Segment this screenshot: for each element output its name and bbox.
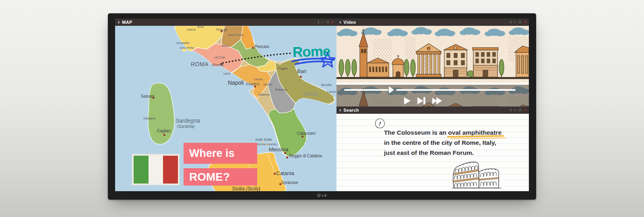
playhead-icon[interactable]	[389, 86, 394, 94]
maximize-icon[interactable]: □	[519, 20, 521, 24]
close-icon[interactable]: ×	[524, 20, 526, 24]
progress-bar-remaining[interactable]	[396, 89, 515, 91]
italy-map-canvas[interactable]: SienaVolterraPerugiaAscoli PicenoGrosset…	[115, 26, 336, 191]
map-label: Isole Eolie	[255, 138, 272, 142]
city-dot-marker	[284, 152, 286, 154]
map-label: Salerno	[258, 93, 270, 96]
map-window-title: MAP	[122, 20, 132, 25]
colosseum-sketch	[448, 157, 508, 190]
screen: ‹ MAP i − □ ×	[115, 19, 529, 191]
map-label: Lecce	[327, 90, 336, 94]
map-label: Oristano	[143, 117, 155, 120]
city-dot-marker	[279, 183, 281, 185]
map-label: (Aeolian Islands)	[256, 143, 277, 146]
skip-next-icon[interactable]	[417, 97, 426, 105]
video-titlebar[interactable]: ‹ Video i − □ ×	[336, 19, 529, 26]
playback-controls	[404, 97, 442, 105]
cityscape-illustration	[336, 26, 529, 83]
map-label: Pescara	[254, 45, 269, 49]
map-label: (Naples)	[246, 82, 260, 86]
back-icon[interactable]: ‹	[118, 19, 120, 25]
info-icon[interactable]: i	[510, 108, 511, 112]
minimize-icon[interactable]: −	[514, 108, 516, 112]
map-label: Ascoli Piceno	[228, 34, 244, 37]
map-titlebar[interactable]: ‹ MAP i − □ ×	[115, 19, 336, 26]
bezel: LG	[108, 191, 536, 200]
map-label: VATICAN	[214, 56, 225, 59]
note-line-1: The Colosseum is an oval amphitheatre	[384, 127, 502, 138]
city-dot-marker	[300, 76, 302, 78]
right-column: ‹ Video i − □ ×	[336, 19, 529, 191]
progress-bar-elapsed[interactable]	[344, 89, 388, 91]
map-label: Messina	[269, 147, 288, 152]
map-label: Grosseto	[176, 42, 189, 45]
colosseum-note-text: The Colosseum is an oval amphitheatre in…	[384, 127, 502, 158]
map-label: Catanzaro	[297, 131, 316, 136]
video-frame[interactable]	[336, 26, 529, 83]
map-label: Potenza	[275, 88, 287, 92]
close-icon[interactable]: ×	[332, 20, 334, 24]
city-dot-marker	[163, 134, 165, 136]
map-label: (Sardinia)	[177, 125, 194, 129]
map-label: Napoli	[228, 80, 244, 86]
video-window-title: Video	[343, 20, 356, 25]
map-label: Reggio di Calabria	[289, 154, 322, 158]
flag-green-band	[134, 156, 149, 184]
maximize-icon[interactable]: □	[519, 108, 521, 112]
info-icon[interactable]: i	[510, 20, 511, 24]
highlighted-phrase: oval amphitheatre	[448, 129, 502, 136]
search-window: ‹ Search i − □ × ! The Colosseum is an o…	[336, 106, 529, 191]
question-banner-line2: ROME?	[184, 168, 257, 186]
map-label: Avellino	[263, 83, 272, 86]
maximize-icon[interactable]: □	[326, 20, 328, 24]
map-label: Foggia	[278, 67, 287, 70]
close-icon[interactable]: ×	[524, 108, 526, 112]
map-label: Taranto	[303, 92, 319, 96]
handwritten-rome-annotation: Rome	[292, 43, 330, 60]
search-window-title: Search	[343, 108, 359, 113]
note-line-3: just east of the Roman Forum.	[384, 148, 502, 158]
question-banner-line1: Where is	[184, 143, 257, 164]
italy-flag	[132, 154, 180, 185]
back-icon[interactable]: ‹	[339, 19, 341, 25]
video-player	[336, 26, 529, 106]
city-dot-marker	[254, 86, 256, 88]
city-dot-marker	[153, 97, 155, 99]
video-window: ‹ Video i − □ ×	[336, 19, 529, 106]
notes-paper[interactable]: ! The Colosseum is an oval amphitheatre …	[336, 114, 529, 191]
play-icon[interactable]	[404, 97, 411, 105]
flag-white-band	[149, 156, 163, 184]
map-label: Catania	[276, 171, 294, 176]
minimize-icon[interactable]: −	[322, 20, 324, 24]
map-label: Syracuse	[281, 181, 298, 185]
fast-forward-icon[interactable]	[432, 97, 442, 105]
map-label: Volterra	[187, 29, 196, 31]
map-label: Terni	[221, 44, 228, 48]
map-label: Siena	[197, 26, 204, 29]
map-label: Sicilia (Sicily)	[232, 186, 260, 191]
window-controls: i − □ ×	[318, 20, 334, 24]
brand-label: LG	[322, 194, 327, 197]
rome-star-marker: ✶	[219, 62, 223, 67]
city-dot-marker	[252, 47, 254, 49]
info-icon[interactable]: i	[318, 20, 319, 24]
video-frame-dimmed[interactable]	[336, 85, 529, 106]
map-label: Bari	[297, 69, 306, 74]
interactive-display: ‹ MAP i − □ ×	[108, 13, 536, 200]
search-titlebar[interactable]: ‹ Search i − □ ×	[336, 106, 529, 114]
map-label: Caserta	[254, 78, 263, 81]
map-label: Sardegna	[175, 118, 200, 123]
map-window: ‹ MAP i − □ ×	[115, 19, 336, 191]
city-dot-marker	[221, 30, 223, 32]
window-controls: i − □ ×	[510, 108, 526, 112]
minimize-icon[interactable]: −	[514, 20, 516, 24]
flag-red-band	[163, 156, 178, 184]
map-label: Isola d'Elba	[180, 46, 194, 49]
lg-logo-icon	[317, 194, 321, 197]
city-dot-marker	[274, 173, 276, 175]
back-icon[interactable]: ‹	[339, 107, 341, 113]
note-line-2: in the centre of the city of Rome, Italy…	[384, 138, 502, 148]
city-dot-marker	[301, 136, 303, 138]
window-controls: i − □ ×	[510, 20, 526, 24]
map-label: ROMA	[191, 61, 208, 67]
